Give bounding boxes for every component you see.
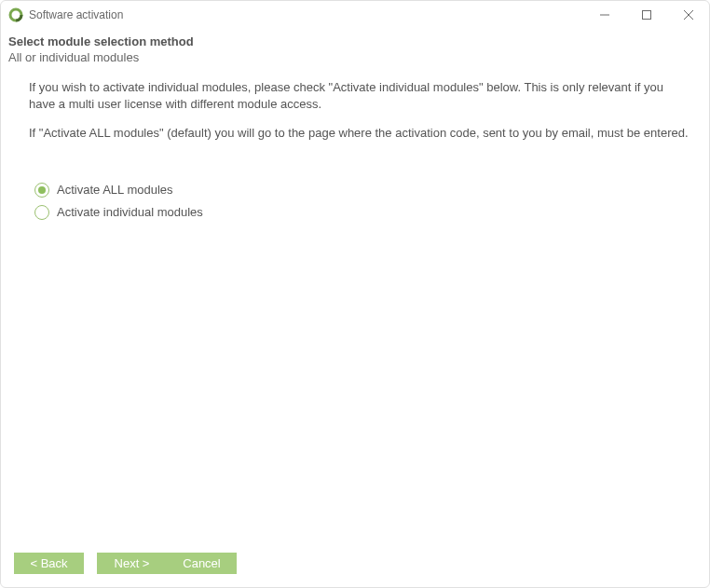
page-heading: Select module selection method [8,34,698,48]
cancel-button[interactable]: Cancel [167,553,237,574]
titlebar: Software activation [1,1,709,29]
spacer [8,112,698,125]
svg-rect-3 [642,11,650,20]
radio-button-icon [34,205,49,220]
content-area: Select module selection method All or in… [1,29,709,543]
radio-button-icon [34,183,49,198]
radio-activate-individual[interactable]: Activate individual modules [34,205,698,220]
maximize-button[interactable] [625,1,667,29]
footer-buttons: < Back Next > Cancel [1,543,709,587]
window-controls [583,1,709,29]
next-button[interactable]: Next > [97,553,167,574]
minimize-button[interactable] [583,1,625,29]
radio-activate-all[interactable]: Activate ALL modules [34,183,698,198]
close-button[interactable] [667,1,709,29]
instruction-paragraph-2: If "Activate ALL modules" (default) you … [8,125,698,142]
radio-label-individual: Activate individual modules [57,205,203,219]
window-title: Software activation [29,8,583,21]
instruction-paragraph-1: If you wish to activate individual modul… [8,79,698,112]
module-selection-radio-group: Activate ALL modules Activate individual… [8,183,698,227]
radio-label-all: Activate ALL modules [57,183,173,197]
app-icon [8,7,23,22]
page-subheading: All or individual modules [8,50,698,64]
back-button[interactable]: < Back [14,553,84,574]
